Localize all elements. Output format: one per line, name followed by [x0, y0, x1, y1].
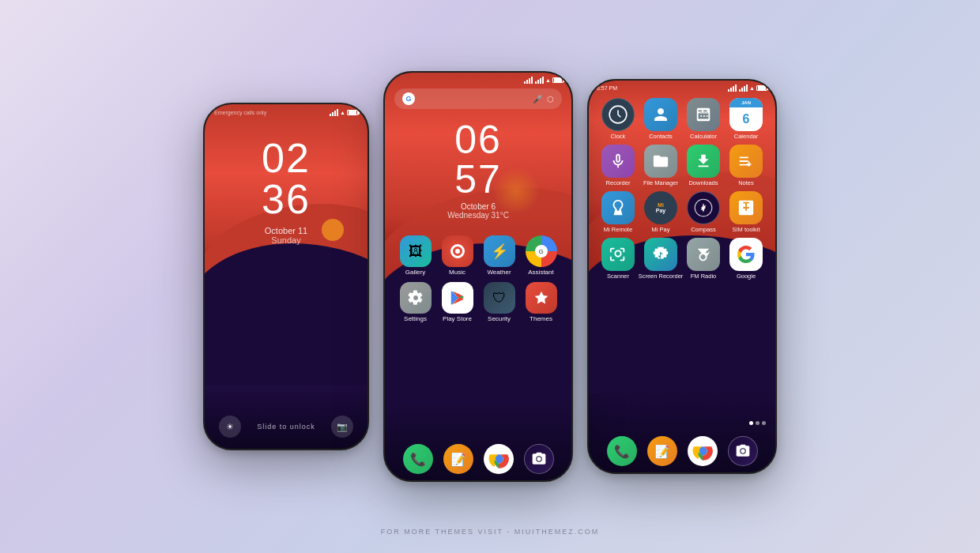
lock-minute: 36 [205, 179, 368, 220]
search-action-icons: 🎤 ⬡ [533, 95, 554, 103]
home-battery-icon [552, 77, 564, 83]
dock-chrome[interactable] [484, 444, 514, 474]
app-simtoolkit[interactable]: SIM toolkit [726, 191, 766, 233]
security-icon: 🛡 [484, 282, 515, 314]
fmradio-icon [687, 238, 720, 271]
app-clock[interactable]: Clock [598, 98, 638, 140]
dock-notes[interactable]: 📝 [443, 444, 473, 474]
google-app-label: Google [737, 273, 756, 280]
app-security[interactable]: 🛡 Security [481, 282, 518, 322]
downloads-label: Downloads [688, 179, 718, 186]
calculator-label: Calculator [690, 133, 717, 140]
app-notes[interactable]: Notes [726, 145, 766, 186]
dock-row: 📞 📝 [385, 444, 571, 474]
contacts-icon [644, 98, 677, 131]
filemanager-label: File Manager [643, 179, 678, 186]
app-scanner[interactable]: Scanner [598, 238, 638, 280]
music-label: Music [449, 269, 466, 276]
mic-icon[interactable]: 🎤 [533, 95, 542, 103]
apps-dock-phone[interactable]: 📞 [607, 436, 637, 466]
calculator-icon [687, 98, 720, 131]
clock-label: Clock [611, 133, 626, 140]
home-clock: 06 57 October 6 Wednesday 31°C [385, 114, 571, 220]
notes-label: Notes [738, 179, 754, 186]
apps-dock-camera[interactable] [728, 436, 758, 466]
assistant-icon: G [526, 235, 557, 267]
app-gallery[interactable]: 🖼 Gallery [397, 235, 435, 276]
playstore-icon [442, 282, 473, 314]
phone-center: ▲ G 🎤 ⬡ 06 57 October 6 Wednesday [383, 71, 573, 482]
slide-unlock-text: Slide to unlock [257, 423, 315, 431]
home-date: October 6 [385, 202, 571, 211]
app-contacts[interactable]: Contacts [641, 98, 680, 140]
lock-day: Sunday [205, 235, 368, 245]
app-grid: 🖼 Gallery Music ⚡ Weather [385, 229, 571, 329]
home-wifi-icon: ▲ [545, 77, 551, 83]
wifi-icon: ▲ [340, 110, 345, 115]
app-downloads[interactable]: Downloads [684, 145, 723, 186]
apps-row-4: Scanner Screen Recorder FM Radio [597, 238, 767, 280]
screenrecorder-icon [644, 238, 677, 271]
dock-camera[interactable] [524, 444, 554, 474]
recorder-label: Recorder [606, 179, 631, 186]
scanner-icon [601, 238, 635, 271]
app-playstore[interactable]: Play Store [439, 282, 477, 322]
search-camera-icon[interactable]: ⬡ [547, 95, 554, 103]
apps-status-icons: ▲ [728, 85, 767, 92]
home-minute: 57 [385, 160, 571, 199]
compass-icon [687, 191, 720, 224]
app-settings[interactable]: Settings [397, 282, 435, 322]
fmradio-label: FM Radio [691, 273, 717, 280]
contacts-label: Contacts [649, 133, 673, 140]
playstore-label: Play Store [443, 315, 472, 322]
weather-icon: ⚡ [484, 235, 515, 267]
apps-status-bar: 6:57 PM ▲ [589, 81, 775, 93]
phone-left: Emergency calls only ▲ 02 36 October 11 … [203, 103, 369, 450]
apps-battery-icon [756, 85, 767, 91]
apps-dock-chrome[interactable] [688, 436, 718, 466]
gallery-label: Gallery [405, 269, 425, 276]
app-miremote[interactable]: Mi Remote [598, 191, 638, 233]
home-signal-icon [524, 77, 533, 84]
home-signal2-icon [535, 77, 544, 84]
app-google[interactable]: Google [726, 238, 766, 280]
miremote-icon [601, 191, 635, 224]
apps-wifi-icon: ▲ [749, 85, 755, 91]
settings-label: Settings [404, 315, 427, 322]
lock-left-icon[interactable]: ☀ [219, 416, 241, 438]
app-calendar[interactable]: JAN 6 Calendar [726, 98, 766, 140]
apps-battery-fill [758, 86, 766, 90]
app-fmradio[interactable]: FM Radio [684, 238, 723, 280]
simtoolkit-label: SIM toolkit [732, 226, 760, 233]
emergency-text: Emergency calls only [214, 110, 266, 115]
app-weather[interactable]: ⚡ Weather [481, 235, 518, 276]
home-hour: 06 [385, 120, 571, 160]
lock-bottom-bar: ☀ Slide to unlock 📷 [205, 416, 368, 438]
home-status-bar: ▲ [385, 73, 571, 85]
downloads-icon [687, 145, 720, 178]
app-assistant[interactable]: G Assistant [522, 235, 560, 276]
signal-icon [330, 109, 338, 116]
phones-container: Emergency calls only ▲ 02 36 October 11 … [203, 71, 777, 482]
apps-row-3: Mi Remote Mi Pay Mi Pay [597, 191, 767, 233]
app-recorder[interactable]: Recorder [598, 145, 638, 186]
dock-phone[interactable]: 📞 [403, 444, 433, 474]
app-music[interactable]: Music [439, 235, 477, 276]
app-calculator[interactable]: Calculator [684, 98, 723, 140]
apps-dock-notes[interactable]: 📝 [647, 436, 677, 466]
apps-dock: 📞 📝 [589, 436, 775, 466]
assistant-label: Assistant [528, 269, 553, 276]
app-compass[interactable]: Compass [684, 191, 723, 233]
app-themes[interactable]: Themes [522, 282, 560, 322]
app-mipay[interactable]: Mi Pay Mi Pay [641, 191, 680, 233]
search-bar[interactable]: G 🎤 ⬡ [394, 88, 562, 109]
lock-right-icon[interactable]: 📷 [331, 416, 353, 438]
apps-signal-icon [728, 85, 737, 92]
status-icons-right: ▲ [330, 109, 358, 116]
app-filemanager[interactable]: File Manager [641, 145, 680, 186]
app-row-2: Settings Play Store 🛡 Security [394, 282, 562, 322]
mipay-icon: Mi Pay [644, 191, 677, 224]
weather-label: Weather [487, 269, 511, 276]
app-screenrecorder[interactable]: Screen Recorder [641, 238, 680, 280]
apps-screen: 6:57 PM ▲ [589, 81, 775, 472]
